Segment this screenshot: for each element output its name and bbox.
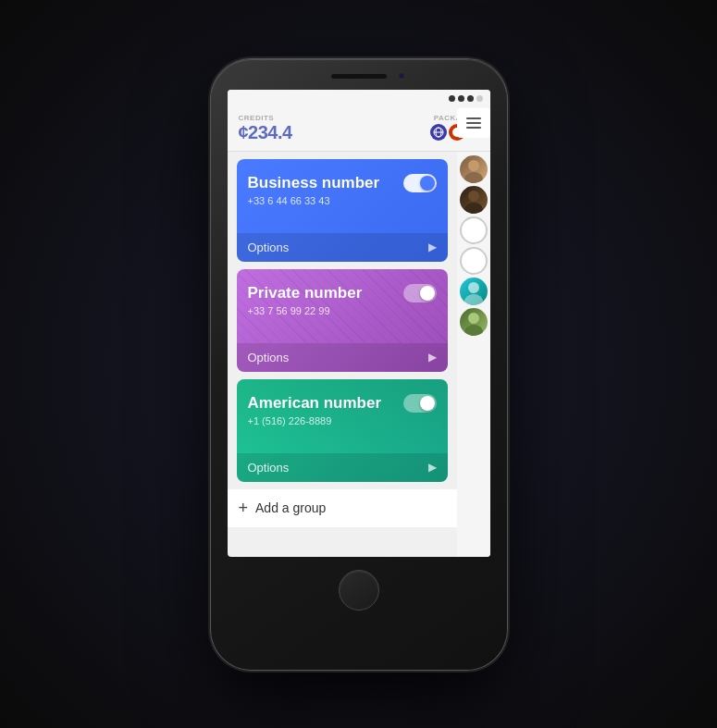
content-area: Business number +33 6 44 66 33 43 Option… <box>228 152 490 557</box>
card-private-options-label: Options <box>248 351 290 364</box>
card-private-options-arrow: ▶ <box>428 351 437 364</box>
hamburger-menu[interactable] <box>457 108 490 138</box>
add-group-label: Add a group <box>255 500 326 515</box>
card-business-options-arrow: ▶ <box>428 241 437 253</box>
cards-scroll: Business number +33 6 44 66 33 43 Option… <box>228 152 457 489</box>
avatar-3-face <box>460 278 488 305</box>
avatar-2[interactable] <box>460 186 488 214</box>
svg-point-9 <box>464 294 483 305</box>
hamburger-line-1 <box>466 117 481 119</box>
phone-camera <box>398 72 405 80</box>
card-american-number: +1 (516) 226-8889 <box>248 415 437 426</box>
card-private-toggle[interactable] <box>403 284 437 302</box>
phone-screen: CREDITS ¢234.4 PACKAGES <box>228 90 490 557</box>
hamburger-line-3 <box>466 127 481 129</box>
card-american-options-label: Options <box>248 461 290 475</box>
card-business: Business number +33 6 44 66 33 43 Option… <box>237 159 448 262</box>
toggle-knob-american <box>420 396 435 411</box>
add-icon: + <box>239 499 249 518</box>
card-business-options-label: Options <box>248 241 290 254</box>
avatar-empty-2[interactable] <box>460 247 488 275</box>
toggle-knob-private <box>420 286 435 301</box>
card-business-toggle[interactable] <box>403 174 437 192</box>
card-american: American number +1 (516) 226-8889 Option… <box>237 379 448 482</box>
phone-speaker <box>331 74 387 79</box>
svg-point-6 <box>468 191 479 202</box>
package-icon-1[interactable] <box>430 124 447 141</box>
svg-point-10 <box>468 313 479 324</box>
toggle-knob-business <box>420 176 435 191</box>
header-left: CREDITS ¢234.4 <box>239 114 292 143</box>
status-dot-1 <box>449 95 455 102</box>
avatar-1[interactable] <box>460 155 488 183</box>
card-private-options[interactable]: Options ▶ <box>237 343 448 372</box>
card-private-body: Private number +33 7 56 99 22 99 <box>237 269 448 343</box>
avatar-1-face <box>460 155 488 183</box>
status-dot-4 <box>476 95 483 102</box>
card-business-options[interactable]: Options ▶ <box>237 233 448 262</box>
svg-point-11 <box>464 325 483 336</box>
hamburger-line-2 <box>466 122 481 124</box>
card-american-options-arrow: ▶ <box>428 461 437 474</box>
card-american-toggle[interactable] <box>403 394 437 413</box>
svg-point-4 <box>468 160 479 171</box>
status-dots <box>449 95 483 102</box>
avatar-4[interactable] <box>460 308 488 336</box>
header: CREDITS ¢234.4 PACKAGES <box>228 108 490 152</box>
card-business-body: Business number +33 6 44 66 33 43 <box>237 159 448 233</box>
phone-shell: CREDITS ¢234.4 PACKAGES <box>211 59 507 670</box>
card-private-number: +33 7 56 99 22 99 <box>248 305 437 316</box>
credits-label: CREDITS <box>239 114 292 122</box>
avatar-empty-1[interactable] <box>460 216 488 244</box>
avatar-4-face <box>460 308 488 336</box>
svg-point-7 <box>464 203 483 214</box>
card-american-options[interactable]: Options ▶ <box>237 453 448 482</box>
phone-home-button[interactable] <box>339 570 379 611</box>
content-main: Business number +33 6 44 66 33 43 Option… <box>228 152 457 557</box>
right-sidebar <box>457 152 490 557</box>
card-business-number: +33 6 44 66 33 43 <box>248 195 437 206</box>
credits-value: ¢234.4 <box>239 122 292 143</box>
add-group-row[interactable]: + Add a group <box>228 489 457 527</box>
card-american-body: American number +1 (516) 226-8889 <box>237 379 448 453</box>
status-bar <box>228 90 490 108</box>
status-dot-3 <box>467 95 474 102</box>
avatar-3[interactable] <box>460 278 488 305</box>
card-private: Private number +33 7 56 99 22 99 Options… <box>237 269 448 372</box>
svg-point-8 <box>468 282 479 293</box>
svg-point-5 <box>464 172 483 183</box>
status-dot-2 <box>458 95 464 102</box>
avatar-2-face <box>460 186 488 214</box>
